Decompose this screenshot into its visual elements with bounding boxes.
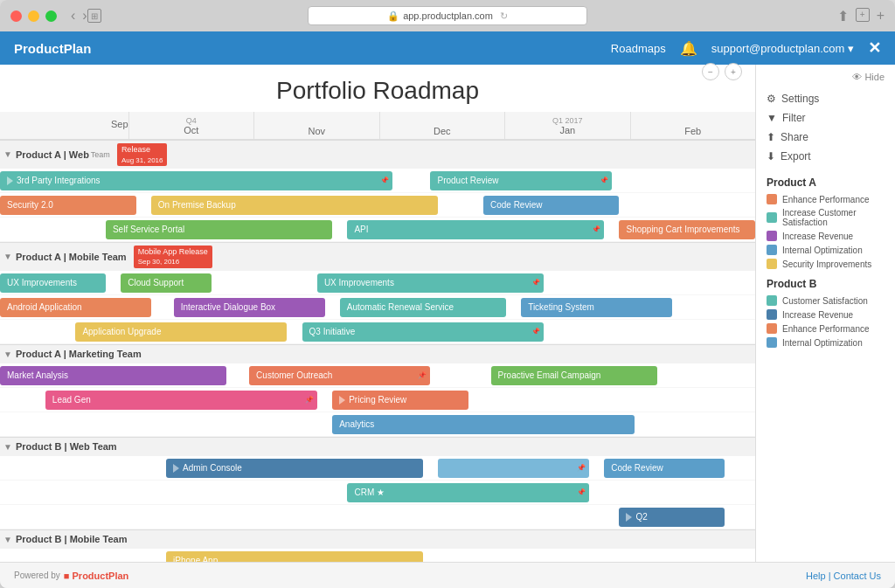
zoom-out-button[interactable]: − [702, 65, 719, 80]
bar-q2[interactable]: Q2 [619, 508, 725, 527]
roadmaps-nav[interactable]: Roadmaps [611, 42, 666, 55]
bar-proactive-email[interactable]: Proactive Email Campaign [491, 366, 657, 385]
new-tab-icon[interactable]: + [856, 8, 870, 22]
contact-link[interactable]: Contact Us [834, 571, 881, 581]
close-icon[interactable]: ✕ [868, 38, 881, 58]
arrow-icon [626, 513, 632, 522]
bar-product-review[interactable]: Product Review 📌 [430, 171, 611, 190]
milestone-date: Sep 30, 2016 [138, 257, 208, 266]
settings-menu-item[interactable]: ⚙ Settings [767, 89, 885, 108]
bar-renewal[interactable]: Automatic Renewal Service [340, 298, 506, 317]
share-icon: ⬆ [767, 131, 775, 143]
back-icon[interactable]: ‹ [71, 8, 75, 24]
grid-view-button[interactable]: ⊞ [87, 9, 101, 23]
bar-market-analysis[interactable]: Market Analysis [0, 366, 226, 385]
legend-color [767, 323, 777, 334]
bar-label: Pricing Review [349, 395, 406, 405]
group-name-marketing: Product A | Marketing Team [16, 349, 142, 359]
group-header-product-a-mobile[interactable]: ▼ Product A | Mobile Team Mobile App Rel… [0, 242, 755, 271]
footer-links: Help | Contact Us [806, 571, 881, 581]
export-icon: ⬇ [767, 150, 775, 163]
bar-iphone-app[interactable]: iPhone App [166, 551, 423, 562]
browser-nav: ‹ › [71, 8, 87, 24]
share-menu-item[interactable]: ⬆ Share [767, 128, 885, 147]
bar-on-premise[interactable]: On Premise Backup [151, 196, 438, 215]
bar-label: Admin Console [183, 463, 242, 473]
bar-admin-console[interactable]: Admin Console [166, 459, 423, 478]
gear-icon: ⚙ [767, 93, 776, 105]
gantt-row: Market Analysis Customer Outreach 📌 Proa… [0, 363, 755, 388]
hide-button[interactable]: 👁 Hide [852, 72, 885, 82]
bar-unnamed-blue[interactable]: 📌 [438, 459, 589, 478]
legend-color [767, 295, 777, 306]
group-header-product-b-web[interactable]: ▼ Product B | Web Team [0, 437, 755, 456]
maximize-button[interactable] [45, 10, 57, 22]
bar-code-review[interactable]: Code Review [483, 196, 620, 215]
share-icon[interactable]: ⬆ [837, 8, 849, 24]
legend-product-a-title: Product A [767, 176, 885, 189]
gantt-row: Q2 [0, 505, 755, 529]
bar-ux-improvements-1[interactable]: UX Improvements [0, 273, 106, 293]
bar-self-service[interactable]: Self Service Portal [106, 220, 332, 239]
group-name-web: Product A | Web [16, 149, 89, 160]
minimize-button[interactable] [28, 10, 39, 22]
roadmap-area: Portfolio Roadmap − + Sep Q4 Oct [0, 65, 755, 562]
group-product-a-mobile: ▼ Product A | Mobile Team Mobile App Rel… [0, 242, 755, 344]
month-dec: Dec [380, 112, 506, 139]
app-header-right: Roadmaps 🔔 support@productplan.com ▾ ✕ [611, 38, 881, 58]
filter-icon: ▼ [767, 112, 777, 124]
toggle-icon-marketing[interactable]: ▼ [3, 349, 12, 359]
month-jan: Q1 2017 Jan [505, 112, 631, 139]
legend-color [767, 194, 777, 204]
bar-ux-improvements-2[interactable]: UX Improvements 📌 [317, 273, 544, 293]
notification-bell-icon[interactable]: 🔔 [680, 40, 697, 57]
milestone-mobile-release: Mobile App Release Sep 30, 2016 [134, 246, 212, 268]
filter-menu-item[interactable]: ▼ Filter [767, 108, 885, 128]
bar-label: Customer Outreach [256, 370, 332, 380]
bar-cloud-support[interactable]: Cloud Support [121, 273, 212, 293]
bar-shopping-cart[interactable]: Shopping Cart Improvements [619, 220, 755, 239]
bar-analytics[interactable]: Analytics [332, 415, 635, 434]
footer: Powered by ■ ProductPlan Help | Contact … [0, 562, 895, 588]
zoom-in-button[interactable]: + [725, 65, 742, 80]
group-header-product-b-mobile[interactable]: ▼ Product B | Mobile Team [0, 529, 755, 549]
group-header-marketing[interactable]: ▼ Product A | Marketing Team [0, 344, 755, 363]
bar-code-review-b[interactable]: Code Review [604, 459, 725, 478]
user-menu[interactable]: support@productplan.com ▾ [711, 42, 854, 55]
expand-icon[interactable]: + [877, 8, 885, 24]
bar-lead-gen[interactable]: Lead Gen 📌 [45, 391, 317, 410]
month-nov: Nov [254, 112, 380, 139]
legend-item: Customer Satisfaction [767, 295, 885, 306]
app-header: ProductPlan Roadmaps 🔔 support@productpl… [0, 31, 895, 65]
bar-3rd-party[interactable]: 3rd Party Integrations 📌 [0, 171, 392, 190]
bar-android[interactable]: Android Application [0, 298, 151, 317]
milestone-label: Release [121, 144, 163, 156]
month-feb: Feb [631, 112, 756, 139]
close-button[interactable] [10, 10, 22, 22]
bar-q3-initiative[interactable]: Q3 Initiative 📌 [302, 322, 544, 342]
milestone-release: Release Aug 31, 2016 [117, 143, 168, 166]
reload-icon[interactable]: ↻ [500, 10, 508, 22]
address-bar[interactable]: 🔒 app.productplan.com ↻ [308, 6, 587, 25]
bar-security[interactable]: Security 2.0 [0, 196, 136, 215]
toggle-icon-b-web[interactable]: ▼ [3, 442, 12, 452]
toggle-icon-web[interactable]: ▼ [3, 149, 12, 159]
export-menu-item[interactable]: ⬇ Export [767, 147, 885, 166]
group-header-product-a-web[interactable]: ▼ Product A | Web Team Release Aug 31, 2… [0, 140, 755, 169]
sidebar: 👁 Hide ⚙ Settings ▼ Filter ⬆ Share ⬇ Exp… [755, 65, 895, 562]
milestone-date: Aug 31, 2016 [121, 156, 163, 165]
group-product-a-web: ▼ Product A | Web Team Release Aug 31, 2… [0, 140, 755, 242]
toggle-icon-b-mobile[interactable]: ▼ [3, 535, 12, 544]
forward-icon[interactable]: › [82, 8, 87, 24]
bar-api[interactable]: API 📌 [347, 220, 604, 239]
bar-app-upgrade[interactable]: Application Upgrade [75, 322, 287, 342]
gantt-row: Admin Console 📌 Code Review [0, 456, 755, 481]
bar-pricing-review[interactable]: Pricing Review [332, 391, 468, 410]
bar-customer-outreach[interactable]: Customer Outreach 📌 [249, 366, 430, 385]
help-link[interactable]: Help [806, 571, 826, 581]
bar-ticketing[interactable]: Ticketing System [521, 298, 672, 317]
bar-label: UX Improvements [324, 278, 394, 287]
bar-crm[interactable]: CRM ★ 📌 [347, 483, 588, 502]
toggle-icon-mobile[interactable]: ▼ [3, 252, 12, 261]
bar-interactive[interactable]: Interactive Dialogue Box [174, 298, 325, 317]
